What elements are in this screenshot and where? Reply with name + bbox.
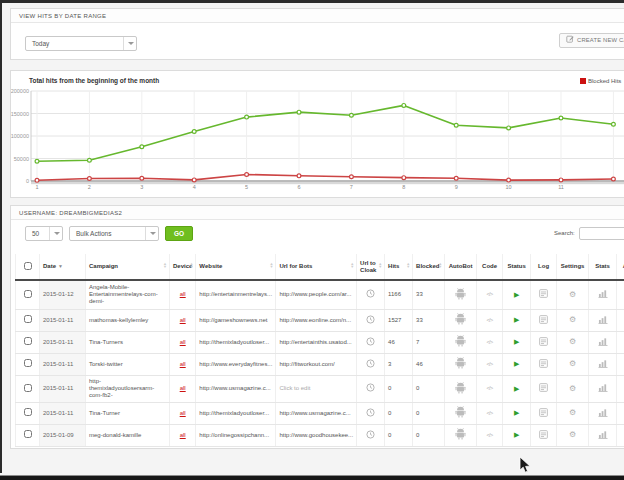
- autobot-android-icon[interactable]: [455, 335, 466, 349]
- log-icon[interactable]: [539, 408, 548, 419]
- code-icon[interactable]: </>: [486, 291, 492, 298]
- device-link[interactable]: all: [180, 361, 186, 367]
- create-campaign-button[interactable]: CREATE NEW CAMPAIGN: [559, 33, 624, 48]
- autobot-android-icon[interactable]: [455, 406, 466, 420]
- page-size-value: 50: [32, 230, 39, 237]
- col-device[interactable]: Device▲▼: [170, 254, 196, 280]
- cell-select: [16, 309, 40, 331]
- row-checkbox[interactable]: [24, 384, 32, 392]
- stats-chart-icon[interactable]: [598, 383, 608, 394]
- cell-blocked: 33: [413, 280, 445, 309]
- device-link[interactable]: all: [180, 385, 186, 391]
- row-checkbox[interactable]: [24, 337, 32, 345]
- device-link[interactable]: all: [180, 432, 186, 438]
- col-blocked[interactable]: Blocked▲▼: [413, 254, 445, 280]
- cell-settings: ⚙: [557, 309, 589, 331]
- log-icon[interactable]: [539, 315, 548, 326]
- settings-gear-icon[interactable]: ⚙: [569, 431, 576, 439]
- log-icon[interactable]: [539, 383, 548, 394]
- settings-gear-icon[interactable]: ⚙: [569, 385, 576, 393]
- settings-gear-icon[interactable]: ⚙: [569, 338, 576, 346]
- cell-code: </>: [477, 375, 503, 402]
- col-campaign[interactable]: Campaign▲▼: [86, 254, 170, 280]
- cell-hits: 1166: [385, 280, 413, 309]
- code-icon[interactable]: </>: [486, 361, 492, 368]
- status-play-icon[interactable]: ▶: [514, 431, 519, 439]
- device-link[interactable]: all: [180, 317, 186, 323]
- row-checkbox[interactable]: [24, 430, 32, 438]
- stats-chart-icon[interactable]: [598, 315, 608, 326]
- cell-campaign: Torski-twitter: [86, 353, 170, 375]
- bulk-actions-select[interactable]: Bulk Actions: [69, 226, 159, 241]
- col-date[interactable]: Date▼: [40, 254, 86, 280]
- cell-status: ▶: [503, 280, 531, 309]
- cell-url-to-cloak: [357, 353, 385, 375]
- autobot-android-icon[interactable]: [455, 428, 466, 442]
- status-play-icon[interactable]: ▶: [514, 338, 519, 346]
- autobot-android-icon[interactable]: [455, 313, 466, 327]
- cell-log: [531, 424, 557, 446]
- settings-gear-icon[interactable]: ⚙: [569, 409, 576, 417]
- stats-chart-icon[interactable]: [598, 289, 608, 300]
- col-website[interactable]: Website▲▼: [196, 254, 276, 280]
- status-play-icon[interactable]: ▶: [514, 316, 519, 324]
- code-icon[interactable]: </>: [486, 339, 492, 346]
- status-play-icon[interactable]: ▶: [514, 409, 519, 417]
- autobot-android-icon[interactable]: [455, 288, 466, 302]
- code-icon[interactable]: </>: [486, 385, 492, 392]
- cell-settings: ⚙: [557, 280, 589, 309]
- settings-gear-icon[interactable]: ⚙: [569, 360, 576, 368]
- device-link[interactable]: all: [180, 339, 186, 345]
- log-icon[interactable]: [539, 337, 548, 348]
- code-icon[interactable]: </>: [486, 410, 492, 417]
- go-button[interactable]: GO: [165, 226, 193, 241]
- row-checkbox[interactable]: [24, 408, 32, 416]
- autobot-android-icon[interactable]: [455, 357, 466, 371]
- status-play-icon[interactable]: ▶: [514, 360, 519, 368]
- cell-code: </>: [477, 353, 503, 375]
- col-url-to-cloak[interactable]: Url to Cloak▲▼: [357, 254, 385, 280]
- cell-device: all: [170, 424, 196, 446]
- stats-chart-icon[interactable]: [598, 359, 608, 370]
- column-label: AutoBot: [449, 263, 473, 269]
- status-play-icon[interactable]: ▶: [514, 291, 519, 299]
- status-play-icon[interactable]: ▶: [514, 385, 519, 393]
- row-checkbox[interactable]: [24, 290, 32, 298]
- log-icon[interactable]: [539, 430, 548, 441]
- log-icon[interactable]: [539, 359, 548, 370]
- col-url-for-bots[interactable]: Url for Bots▲▼: [276, 254, 357, 280]
- code-icon[interactable]: </>: [486, 317, 492, 324]
- settings-gear-icon[interactable]: ⚙: [569, 316, 576, 324]
- cell-website: http://www.everydayfitnes...: [196, 353, 276, 375]
- code-icon[interactable]: </>: [486, 432, 492, 439]
- log-icon[interactable]: [539, 289, 548, 300]
- device-link[interactable]: all: [180, 291, 186, 297]
- cell-date: 2015-01-11: [40, 309, 86, 331]
- stats-chart-icon[interactable]: [598, 430, 608, 441]
- page-size-select[interactable]: 50: [25, 226, 63, 241]
- cloak-clock-icon: [366, 359, 375, 370]
- svg-text:2: 2: [88, 184, 91, 190]
- device-link[interactable]: all: [180, 410, 186, 416]
- stats-chart-icon[interactable]: [598, 408, 608, 419]
- col-hits[interactable]: Hits▲▼: [385, 254, 413, 280]
- select-all-checkbox[interactable]: [24, 262, 32, 270]
- cell-autobot: [445, 280, 477, 309]
- date-range-select[interactable]: Today: [25, 36, 137, 51]
- cell-url-for-bots: http://entertainthis.usatod...: [276, 331, 357, 353]
- cell-hits: 3: [385, 353, 413, 375]
- cell-autobot: [445, 375, 477, 402]
- search-input[interactable]: [579, 227, 624, 240]
- col-settings: Settings: [557, 254, 589, 280]
- svg-text:4: 4: [193, 184, 196, 190]
- column-label: Website: [199, 263, 222, 269]
- row-checkbox[interactable]: [24, 315, 32, 323]
- autobot-android-icon[interactable]: [455, 382, 466, 396]
- stats-chart-icon[interactable]: [598, 337, 608, 348]
- settings-gear-icon[interactable]: ⚙: [569, 291, 576, 299]
- cell-settings: ⚙: [557, 424, 589, 446]
- row-checkbox[interactable]: [24, 359, 32, 367]
- col-code: Code: [477, 254, 503, 280]
- cell-stats: [589, 331, 617, 353]
- window-bottom-border: [0, 475, 624, 480]
